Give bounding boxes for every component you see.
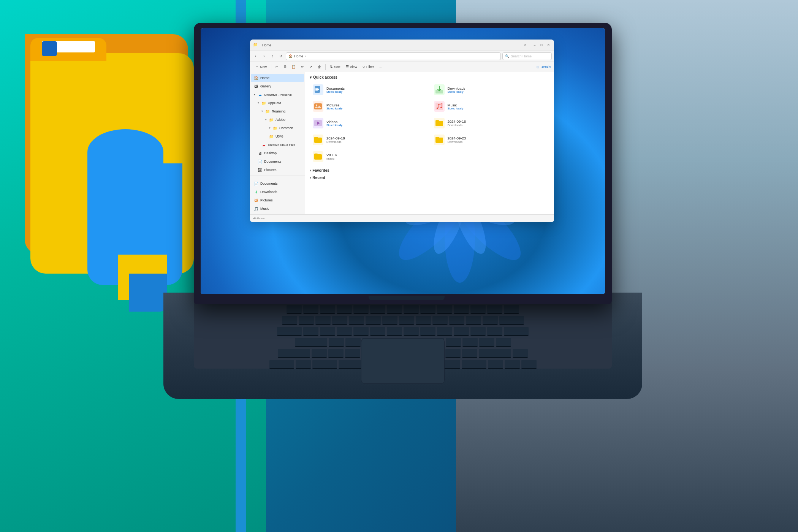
pictures-file-info: Pictures Stored locally bbox=[326, 103, 426, 110]
rename-button[interactable]: ✏ bbox=[299, 63, 306, 71]
cut-button[interactable]: ✂ bbox=[273, 63, 281, 71]
sidebar-item-ux[interactable]: 📁 UX% bbox=[251, 132, 304, 141]
tab-close-x[interactable]: ✕ bbox=[524, 43, 527, 47]
key-lshift bbox=[278, 349, 310, 358]
key-6 bbox=[382, 316, 397, 325]
file-item-documents[interactable]: Documents Stored locally bbox=[310, 82, 429, 97]
folder-2024-09-23-name: 2024-09-23 bbox=[448, 136, 547, 140]
sort-button[interactable]: ⇅ Sort bbox=[328, 63, 343, 71]
explorer-main-panel: ▾ Quick access Documents Stored local bbox=[305, 72, 554, 214]
sidebar-label-documents: Documents bbox=[260, 182, 278, 185]
key-1 bbox=[299, 316, 314, 325]
adobe-icon: 📁 bbox=[269, 117, 274, 122]
files-grid: Documents Stored locally Downloads bbox=[310, 82, 549, 164]
svg-point-25 bbox=[437, 108, 438, 109]
folder-2024-09-16-meta: Downloads bbox=[448, 124, 547, 127]
downloads-icon: ⬇ bbox=[254, 190, 258, 194]
key-arrow-down bbox=[505, 360, 520, 369]
desktop-icon: 🖥 bbox=[258, 151, 262, 155]
sidebar-item-appdata[interactable]: ▾ 📁 AppData bbox=[251, 99, 304, 107]
key-arrow-right bbox=[521, 360, 537, 369]
sidebar-item-downloads[interactable]: ⬇ Downloads bbox=[251, 188, 304, 196]
refresh-button[interactable]: ↺ bbox=[277, 53, 284, 60]
common-icon: 📁 bbox=[273, 126, 277, 130]
file-item-music[interactable]: Music Stored locally bbox=[431, 99, 550, 114]
file-item-2024-09-18[interactable]: 2024-09-18 Downloads bbox=[310, 133, 429, 147]
filter-button[interactable]: ▽ Filter bbox=[360, 63, 376, 71]
key-caps bbox=[295, 338, 327, 347]
sidebar-item-onedrive[interactable]: ▾ ☁ OneDrive - Personal bbox=[251, 90, 304, 99]
downloads-file-info: Downloads Stored locally bbox=[448, 86, 547, 93]
sidebar-label-adobe: Adobe bbox=[276, 118, 285, 122]
details-button[interactable]: ⊞ Details bbox=[537, 65, 551, 69]
view-button[interactable]: ☰ View bbox=[344, 63, 359, 71]
key-a bbox=[329, 338, 344, 347]
minimize-button[interactable]: – bbox=[532, 43, 537, 48]
new-button[interactable]: ＋ New bbox=[253, 63, 269, 71]
key-equals bbox=[483, 316, 498, 325]
file-item-2024-09-23[interactable]: 2024-09-23 Downloads bbox=[431, 133, 550, 147]
home-sidebar-icon: 🏠 bbox=[254, 76, 258, 80]
share-button[interactable]: ↗ bbox=[307, 63, 315, 71]
file-item-downloads[interactable]: Downloads Stored locally bbox=[431, 82, 550, 97]
laptop-base bbox=[163, 293, 642, 399]
key-p bbox=[454, 327, 469, 336]
key-del bbox=[504, 305, 519, 314]
laptop-touchpad[interactable] bbox=[361, 338, 445, 384]
sidebar-item-documents-od[interactable]: 📄 Documents bbox=[251, 157, 304, 166]
recent-header[interactable]: › Recent bbox=[310, 176, 549, 180]
explorer-app-icon: 📁 bbox=[253, 43, 258, 48]
address-bar[interactable]: 🏠 Home › bbox=[286, 52, 501, 60]
file-item-2024-09-16[interactable]: 2024-09-16 Downloads bbox=[431, 116, 550, 130]
sidebar-label-appdata: AppData bbox=[268, 101, 281, 105]
sidebar-item-creative-cloud[interactable]: ☁ Creative Cloud Files bbox=[251, 141, 304, 149]
sidebar-item-music[interactable]: 🎵 Music bbox=[251, 204, 304, 213]
key-row-2 bbox=[200, 316, 606, 325]
quick-access-header[interactable]: ▾ Quick access bbox=[310, 75, 549, 79]
downloads-file-icon bbox=[434, 84, 445, 95]
forward-button[interactable]: › bbox=[261, 53, 268, 60]
folder-viola-info: VIOLA Music bbox=[326, 153, 426, 160]
svg-rect-22 bbox=[314, 103, 322, 109]
key-r bbox=[353, 327, 369, 336]
folder-2024-09-16-name: 2024-09-16 bbox=[448, 119, 547, 124]
file-item-videos[interactable]: Videos Stored locally bbox=[310, 116, 429, 130]
sidebar-label-creative-cloud: Creative Cloud Files bbox=[268, 143, 295, 147]
paste-button[interactable]: 📋 bbox=[289, 63, 298, 71]
filter-icon: ▽ bbox=[363, 65, 365, 69]
delete-button[interactable]: 🗑 bbox=[315, 63, 323, 71]
close-button[interactable]: ✕ bbox=[546, 43, 551, 48]
back-button[interactable]: ‹ bbox=[252, 53, 259, 60]
key-f12 bbox=[487, 305, 502, 314]
chevron-icon: ▾ bbox=[269, 127, 271, 130]
maximize-button[interactable]: □ bbox=[539, 43, 544, 48]
more-button[interactable]: ... bbox=[377, 63, 385, 71]
sidebar-item-gallery[interactable]: 🖼 Gallery bbox=[251, 82, 304, 90]
sidebar-item-pictures-od[interactable]: 🖼 Pictures bbox=[251, 166, 304, 174]
file-item-viola[interactable]: VIOLA Music bbox=[310, 149, 429, 164]
copy-button[interactable]: ⧉ bbox=[282, 63, 288, 71]
sidebar-item-pictures[interactable]: 🖼 Pictures bbox=[251, 196, 304, 204]
laptop: 📁 Home ✕ – □ ✕ ‹ › ↑ ↺ 🏠 bbox=[163, 23, 650, 403]
up-button[interactable]: ↑ bbox=[269, 53, 276, 60]
sidebar-item-adobe[interactable]: ▾ 📁 Adobe bbox=[251, 116, 304, 124]
sidebar-label-common: Common bbox=[279, 126, 293, 130]
key-minus bbox=[466, 316, 481, 325]
file-explorer-window: 📁 Home ✕ – □ ✕ ‹ › ↑ ↺ 🏠 bbox=[250, 40, 554, 222]
key-q bbox=[303, 327, 318, 336]
search-bar[interactable]: 🔍 Search Home bbox=[502, 52, 552, 60]
sidebar-item-documents[interactable]: 📄 Documents bbox=[251, 179, 304, 188]
favorites-header[interactable]: › Favorites bbox=[310, 168, 549, 173]
sidebar-item-desktop[interactable]: 🖥 Desktop bbox=[251, 149, 304, 157]
file-item-pictures[interactable]: Pictures Stored locally bbox=[310, 99, 429, 114]
svg-point-26 bbox=[440, 107, 442, 108]
sidebar-item-videos[interactable]: 🎬 Videos bbox=[251, 213, 304, 214]
search-placeholder: Search Home bbox=[511, 54, 532, 58]
cmd-separator-2 bbox=[325, 64, 326, 70]
sidebar-item-home[interactable]: 🏠 Home bbox=[251, 74, 304, 82]
key-row-1 bbox=[200, 305, 606, 314]
music-file-name: Music bbox=[448, 103, 547, 107]
sidebar-item-roaming[interactable]: ▾ 📁 Roaming bbox=[251, 107, 304, 116]
documents-file-meta: Stored locally bbox=[326, 90, 426, 93]
sidebar-item-common[interactable]: ▾ 📁 Common bbox=[251, 124, 304, 132]
